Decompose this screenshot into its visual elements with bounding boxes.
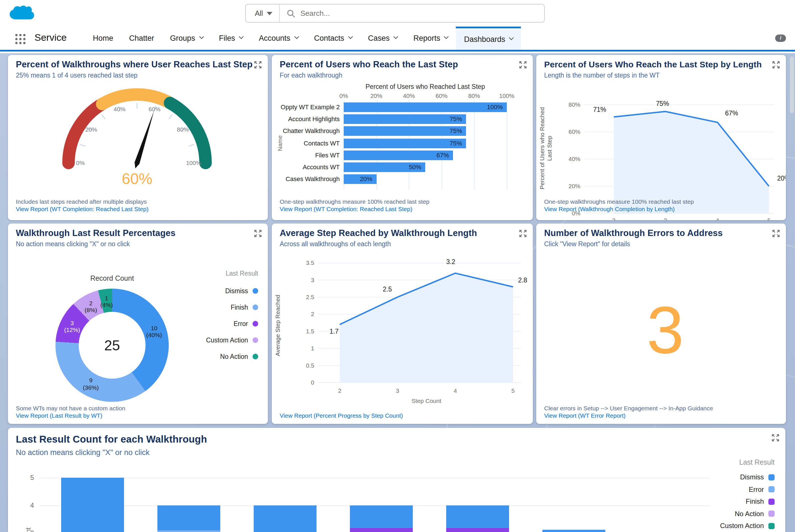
card-footnote: One-step walkthroughs measure 100% reach… xyxy=(280,198,429,205)
view-report-link[interactable]: View Report (Last Result by WT) xyxy=(16,412,102,419)
bar-category-label: Contacts WT xyxy=(277,139,340,146)
bar-accounts-wt[interactable]: 50% xyxy=(344,163,425,172)
view-report-link[interactable]: View Report (WT Error Report) xyxy=(544,412,625,419)
tab-groups[interactable]: Groups xyxy=(162,26,211,50)
gauge-chart: 0%20%40%60%80%100%60% xyxy=(8,55,268,220)
tab-accounts[interactable]: Accounts xyxy=(251,26,306,50)
card-footnote: One-step walkthroughs measure 100% reach… xyxy=(544,198,694,205)
tab-contacts[interactable]: Contacts xyxy=(306,26,360,50)
view-report-link[interactable]: View Report (WT Completion: Reached Last… xyxy=(16,206,148,212)
legend-label: Custom Action xyxy=(720,522,764,530)
tab-files[interactable]: Files xyxy=(211,26,251,50)
bar-chatter-walkthrough[interactable]: 75% xyxy=(344,127,466,136)
legend-item-no-action[interactable]: No Action xyxy=(678,510,775,517)
view-report-link[interactable]: View Report (Walkthrough Completion by L… xyxy=(544,206,675,212)
view-report-link[interactable]: View Report (Percent Progress by Step Co… xyxy=(280,412,403,419)
chevron-down-icon xyxy=(393,34,399,39)
gridline xyxy=(507,100,507,190)
svg-text:3: 3 xyxy=(311,277,314,283)
tab-chatter[interactable]: Chatter xyxy=(121,26,162,50)
x-tick: 100% xyxy=(499,92,514,99)
bar-oppty-wt-example-2[interactable]: 100% xyxy=(344,102,507,112)
chart-caption: Record Count xyxy=(90,274,134,282)
search-scope-dropdown[interactable]: All xyxy=(246,4,280,22)
tab-cases[interactable]: Cases xyxy=(360,26,406,50)
stacked-bar-segment xyxy=(350,528,413,532)
legend-label: No Action xyxy=(735,510,764,517)
svg-text:Percent of Users who Reached: Percent of Users who Reached xyxy=(539,107,545,190)
svg-text:40%: 40% xyxy=(113,106,125,112)
svg-text:4: 4 xyxy=(454,387,457,394)
svg-text:5: 5 xyxy=(767,217,771,220)
donut-total: 25 xyxy=(79,312,146,379)
legend-label: Error xyxy=(749,485,764,493)
legend-item-custom-action[interactable]: Custom Action xyxy=(678,522,775,530)
svg-text:2: 2 xyxy=(338,387,341,394)
chevron-down-icon xyxy=(199,34,204,39)
app-name: Service xyxy=(35,32,67,43)
tab-dashboards[interactable]: Dashboards xyxy=(456,26,521,50)
card-last-result-percentages: Walkthrough Last Result Percentages No a… xyxy=(8,224,268,424)
bar-account-highlights[interactable]: 75% xyxy=(344,114,466,124)
stacked-bar-2[interactable] xyxy=(158,506,220,532)
svg-text:3: 3 xyxy=(664,217,667,220)
card-subtitle: No action means clicking "X" or no click xyxy=(16,241,130,247)
search-input[interactable] xyxy=(296,8,544,18)
bar-cases-walkthrough[interactable]: 20% xyxy=(344,174,376,184)
slice-label-custom-action: 2(8%) xyxy=(85,299,97,314)
bar-value-label: 100% xyxy=(487,103,503,110)
bar-value-label: 20% xyxy=(360,175,372,182)
tab-label: Home xyxy=(93,34,113,42)
tab-home[interactable]: Home xyxy=(85,26,121,50)
slice-label-error: 3(12%) xyxy=(64,320,80,334)
bar-contacts-wt[interactable]: 75% xyxy=(344,138,466,148)
card-footnote: Some WTs may not have a custom action xyxy=(16,405,125,412)
stacked-bar-3[interactable] xyxy=(254,506,316,532)
slice-label-no-action: 1(4%) xyxy=(100,294,113,308)
legend-item-finish[interactable]: Finish xyxy=(173,304,258,311)
expand-icon[interactable] xyxy=(772,229,780,236)
expand-icon[interactable] xyxy=(254,229,262,236)
card-walkthrough-errors: Number of Walkthrough Errors to Address … xyxy=(536,224,786,424)
y-tick: 3 xyxy=(17,529,34,532)
tab-reports[interactable]: Reports xyxy=(405,26,456,50)
stacked-bar-1[interactable] xyxy=(61,478,124,532)
bar-value-label: 75% xyxy=(449,139,462,146)
app-launcher-icon[interactable] xyxy=(15,34,25,44)
y-tick: 4 xyxy=(17,501,34,509)
svg-text:1.7: 1.7 xyxy=(330,328,339,335)
svg-text:2.8: 2.8 xyxy=(518,277,527,284)
legend-item-no-action[interactable]: No Action xyxy=(173,353,258,360)
legend-item-error[interactable]: Error xyxy=(678,485,775,493)
info-icon[interactable]: i xyxy=(775,35,786,42)
bar-category-label: Oppty WT Example 2 xyxy=(277,103,340,110)
svg-text:5: 5 xyxy=(511,387,515,394)
global-search: All xyxy=(245,4,545,23)
stacked-bar-6[interactable] xyxy=(542,530,605,532)
svg-text:3.5: 3.5 xyxy=(306,260,314,266)
chevron-down-icon xyxy=(239,34,244,39)
bar-value-label: 75% xyxy=(449,128,462,134)
scrollbar-thumb[interactable] xyxy=(790,57,794,113)
tab-label: Groups xyxy=(170,34,195,42)
legend-item-dismiss[interactable]: Dismiss xyxy=(173,287,258,294)
legend-item-dismiss[interactable]: Dismiss xyxy=(678,473,775,481)
x-tick: 80% xyxy=(468,92,480,99)
svg-text:40%: 40% xyxy=(569,156,580,162)
y-tick: 5 xyxy=(17,474,34,482)
gridline xyxy=(474,100,475,190)
salesforce-logo-icon[interactable] xyxy=(9,3,35,24)
view-report-link[interactable]: View Report (WT Completion: Reached Last… xyxy=(280,206,412,212)
legend-item-finish[interactable]: Finish xyxy=(678,497,775,506)
legend-label: Dismiss xyxy=(740,473,764,481)
legend-item-error[interactable]: Error xyxy=(173,320,258,327)
svg-text:Average Step Reached: Average Step Reached xyxy=(274,295,281,356)
search-scope-label: All xyxy=(255,9,263,18)
svg-text:0.5: 0.5 xyxy=(306,362,314,369)
bar-files-wt[interactable]: 67% xyxy=(344,151,453,160)
area-chart-by-length: 0%20%40%60%80%71%75%67%20%2345Step Count… xyxy=(536,55,786,220)
tab-label: Accounts xyxy=(259,34,290,42)
svg-text:4: 4 xyxy=(716,217,719,220)
tab-label: Cases xyxy=(368,34,390,42)
legend-item-custom-action[interactable]: Custom Action xyxy=(173,337,258,344)
